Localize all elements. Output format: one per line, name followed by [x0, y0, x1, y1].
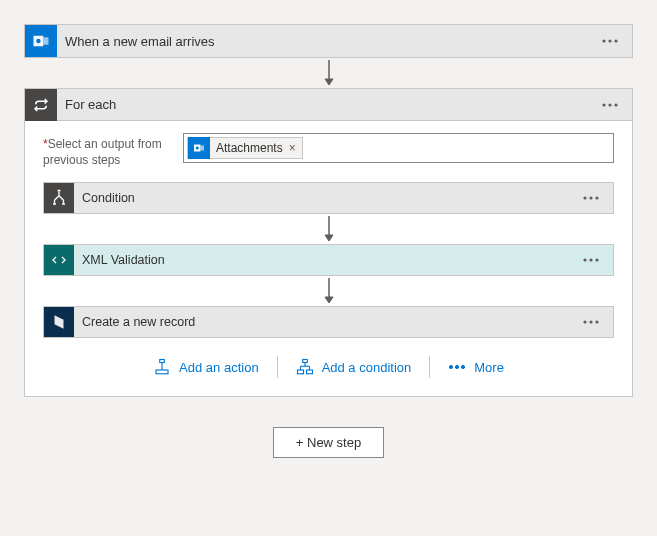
xml-validation-more-button[interactable] [577, 246, 605, 274]
token-remove[interactable]: × [289, 141, 302, 155]
add-condition-icon [296, 358, 314, 376]
svg-point-9 [608, 103, 611, 106]
create-record-header: Create a new record [44, 307, 613, 337]
condition-more-button[interactable] [577, 184, 605, 212]
svg-rect-12 [201, 146, 205, 151]
more-icon [448, 365, 466, 369]
svg-point-42 [462, 366, 465, 369]
actions-row: Add an action Add a condition More [43, 352, 614, 382]
svg-point-28 [589, 321, 592, 324]
token-label: Attachments [210, 141, 289, 155]
svg-marker-21 [325, 235, 333, 241]
foreach-body: *Select an output from previous steps At… [25, 121, 632, 396]
svg-point-8 [602, 103, 605, 106]
svg-marker-7 [325, 79, 333, 85]
xml-validation-header: XML Validation [44, 245, 613, 275]
svg-rect-33 [302, 360, 307, 363]
outlook-icon [25, 25, 57, 57]
foreach-more-button[interactable] [596, 91, 624, 119]
svg-point-23 [589, 259, 592, 262]
condition-card[interactable]: Condition [43, 182, 614, 214]
output-label: *Select an output from previous steps [43, 133, 173, 168]
svg-point-5 [614, 39, 617, 42]
svg-rect-14 [53, 203, 56, 205]
create-record-title: Create a new record [74, 315, 577, 329]
svg-point-4 [608, 39, 611, 42]
svg-point-19 [595, 197, 598, 200]
connector-arrow [43, 214, 614, 244]
foreach-icon [25, 89, 57, 121]
svg-marker-26 [325, 297, 333, 303]
svg-point-24 [595, 259, 598, 262]
foreach-card: For each *Select an output from previous… [24, 88, 633, 397]
trigger-card[interactable]: When a new email arrives [24, 24, 633, 58]
svg-point-10 [614, 103, 617, 106]
trigger-title: When a new email arrives [57, 34, 596, 49]
xml-validation-title: XML Validation [74, 253, 577, 267]
attachments-token[interactable]: Attachments × [187, 137, 303, 159]
svg-rect-16 [58, 190, 61, 192]
svg-point-13 [196, 147, 199, 150]
svg-point-40 [450, 366, 453, 369]
svg-rect-30 [160, 360, 165, 363]
create-record-more-button[interactable] [577, 308, 605, 336]
xml-icon [44, 245, 74, 275]
svg-point-17 [583, 197, 586, 200]
foreach-title: For each [57, 97, 596, 112]
svg-point-18 [589, 197, 592, 200]
foreach-header[interactable]: For each [25, 89, 632, 121]
svg-rect-15 [62, 203, 65, 205]
more-actions-button[interactable]: More [430, 354, 522, 381]
svg-point-22 [583, 259, 586, 262]
condition-header: Condition [44, 183, 613, 213]
connector-arrow [43, 276, 614, 306]
trigger-more-button[interactable] [596, 27, 624, 55]
new-step-row: + New step [24, 427, 633, 458]
new-step-button[interactable]: + New step [273, 427, 384, 458]
trigger-header: When a new email arrives [25, 25, 632, 57]
output-field[interactable]: Attachments × [183, 133, 614, 163]
svg-point-27 [583, 321, 586, 324]
outlook-icon [188, 137, 210, 159]
flow-canvas: When a new email arrives For each *Selec… [0, 0, 657, 458]
svg-rect-32 [156, 370, 168, 374]
add-condition-button[interactable]: Add a condition [278, 352, 430, 382]
dynamics-icon [44, 307, 74, 337]
svg-point-41 [456, 366, 459, 369]
condition-title: Condition [74, 191, 577, 205]
xml-validation-card[interactable]: XML Validation [43, 244, 614, 276]
add-action-icon [153, 358, 171, 376]
connector-arrow [24, 58, 633, 88]
svg-point-2 [36, 39, 41, 44]
svg-rect-39 [306, 370, 312, 374]
svg-rect-38 [297, 370, 303, 374]
svg-point-3 [602, 39, 605, 42]
add-action-button[interactable]: Add an action [135, 352, 277, 382]
svg-point-29 [595, 321, 598, 324]
create-record-card[interactable]: Create a new record [43, 306, 614, 338]
svg-rect-1 [43, 37, 48, 45]
output-row: *Select an output from previous steps At… [43, 133, 614, 168]
condition-icon [44, 183, 74, 213]
